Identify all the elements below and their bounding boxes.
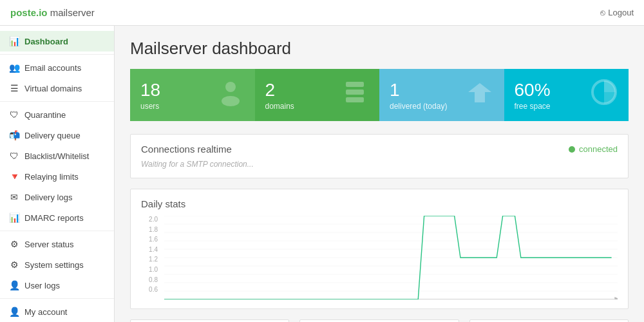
chart-svg (164, 216, 618, 299)
top-users-panel: Top users Today / 30 days 👤 admin@poste.… (130, 319, 289, 322)
stat-domains-number: 2 (265, 80, 294, 100)
dmarc-icon: 📊 (9, 213, 19, 223)
sidebar-item-label: Blacklist/Whitelist (24, 151, 89, 161)
delivery-logs-icon: ✉ (9, 192, 19, 202)
sidebar-item-label: DMARC reports (24, 213, 84, 223)
svg-point-0 (225, 82, 236, 92)
layout: 📊 Dashboard 👥 Email accounts ☰ Virtual d… (0, 26, 644, 322)
sidebar-item-dmarc-reports[interactable]: 📊 DMARC reports (0, 207, 114, 228)
topbar: poste.io mailserver ⎋ Logout (0, 0, 644, 26)
main-content: Mailserver dashboard 18 users 2 dom (115, 26, 644, 322)
svg-rect-2 (346, 82, 364, 87)
svg-marker-5 (468, 83, 491, 102)
stat-freespace-label: free space (515, 102, 551, 111)
sidebar-item-system-settings[interactable]: ⚙ System settings (0, 254, 114, 275)
freespace-icon (590, 78, 618, 112)
chart-title: Daily stats (141, 198, 618, 209)
relaying-icon: 🔻 (9, 171, 19, 182)
user-logs-icon: 👤 (9, 280, 19, 290)
svg-marker-19 (614, 297, 618, 299)
bottom-row: Top users Today / 30 days 👤 admin@poste.… (130, 319, 629, 322)
sidebar-item-label: System settings (24, 260, 84, 270)
my-account-icon: 👤 (9, 307, 19, 317)
logout-icon: ⎋ (600, 8, 605, 17)
system-settings-icon: ⚙ (9, 260, 19, 270)
stat-card-domains: 2 domains (255, 69, 380, 121)
stats-row: 18 users 2 domains (130, 69, 629, 121)
delivered-icon (466, 78, 494, 112)
sidebar-item-my-account[interactable]: 👤 My account (0, 301, 114, 322)
sidebar-item-blacklist-whitelist[interactable]: 🛡 Blacklist/Whitelist (0, 146, 114, 166)
svg-rect-3 (346, 90, 364, 95)
sidebar-item-label: Server status (24, 240, 74, 249)
sidebar-item-relaying-limits[interactable]: 🔻 Relaying limits (0, 166, 114, 187)
sidebar-item-label: Quarantine (24, 110, 66, 120)
svg-point-1 (222, 96, 240, 106)
sidebar-item-delivery-queue[interactable]: 📬 Delivery queue (0, 125, 114, 146)
sidebar-item-label: Email accounts (24, 63, 81, 73)
virtual-domains-icon: ☰ (9, 83, 19, 93)
stat-card-users: 18 users (130, 69, 255, 121)
sidebar-item-server-status[interactable]: ⚙ Server status (0, 234, 114, 254)
connected-badge: connected (569, 144, 618, 154)
connections-header: Connections realtime connected (141, 144, 618, 155)
daily-stats-chart: Daily stats 2.0 1.8 1.6 1.4 1.2 1.0 0.8 … (130, 189, 629, 309)
sidebar-item-label: Dashboard (24, 37, 68, 46)
stat-card-freespace: 60% free space (504, 69, 629, 121)
domains-icon (341, 78, 369, 112)
sidebar-item-dashboard[interactable]: 📊 Dashboard (0, 31, 114, 52)
blacklist-icon: 🛡 (9, 151, 19, 161)
logout-button[interactable]: ⎋ Logout (600, 8, 634, 17)
svg-rect-4 (346, 97, 364, 102)
connected-label: connected (579, 144, 618, 154)
email-accounts-icon: 👥 (9, 62, 19, 73)
server-status-icon: ⚙ (9, 239, 19, 249)
connected-dot (569, 146, 575, 153)
sidebar-item-label: Delivery queue (24, 131, 80, 140)
stat-delivered-number: 1 (390, 80, 447, 100)
logout-label: Logout (608, 8, 634, 17)
stat-users-label: users (140, 102, 160, 111)
sidebar-item-label: User logs (24, 281, 60, 290)
stat-delivered-label: delivered (today) (390, 102, 447, 111)
quarantine-icon: 🛡 (9, 109, 19, 120)
stat-freespace-number: 60% (515, 80, 551, 100)
connections-card: Connections realtime connected Waiting f… (130, 134, 629, 178)
brand-green: poste.io (10, 7, 48, 18)
brand-logo: poste.io mailserver (10, 7, 95, 18)
connections-title: Connections realtime (141, 144, 232, 155)
sidebar-item-label: Relaying limits (24, 172, 79, 182)
sidebar-item-email-accounts[interactable]: 👥 Email accounts (0, 57, 114, 78)
remote-ips-panel: Remote IPs Today / 30 days 🛡 ::1, localh… (299, 319, 459, 322)
stat-users-number: 18 (140, 80, 160, 100)
last-messages-panel: Last messages Today / 30 days 250 Messag… (469, 319, 629, 322)
delivery-queue-icon: 📬 (9, 130, 19, 140)
brand-sub: mailserver (48, 7, 95, 18)
sidebar-item-delivery-logs[interactable]: ✉ Delivery logs (0, 187, 114, 207)
sidebar: 📊 Dashboard 👥 Email accounts ☰ Virtual d… (0, 26, 115, 322)
dashboard-icon: 📊 (9, 36, 19, 46)
sidebar-item-label: Virtual domains (24, 84, 82, 93)
sidebar-item-quarantine[interactable]: 🛡 Quarantine (0, 104, 114, 125)
stat-card-delivered: 1 delivered (today) (379, 69, 504, 121)
sidebar-item-label: My account (24, 307, 67, 317)
y-axis: 2.0 1.8 1.6 1.4 1.2 1.0 0.8 0.6 (141, 216, 159, 299)
connections-subtitle: Waiting for a SMTP connection... (141, 160, 618, 169)
users-icon (216, 78, 245, 112)
stat-domains-label: domains (265, 102, 294, 111)
sidebar-item-virtual-domains[interactable]: ☰ Virtual domains (0, 78, 114, 99)
sidebar-item-user-logs[interactable]: 👤 User logs (0, 275, 114, 296)
page-title: Mailserver dashboard (130, 39, 629, 59)
sidebar-item-label: Delivery logs (24, 193, 72, 202)
